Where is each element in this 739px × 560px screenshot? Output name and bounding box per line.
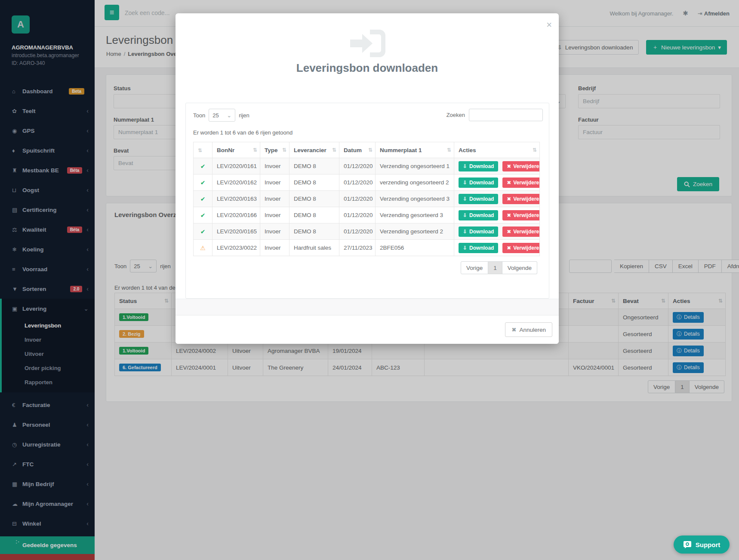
cell-leverancier: DEMO 8	[289, 207, 339, 223]
row-status-icon: ✔	[200, 228, 206, 235]
modal-table-row: ✔ LEV/2020/0166 Invoer DEMO 8 01/12/2020…	[194, 207, 540, 223]
download-button[interactable]: ⇩Download	[459, 210, 498, 220]
download-icon: ⇩	[463, 196, 467, 202]
download-icon: ⇩	[463, 212, 467, 218]
modal-table-row: ⚠ LEV/2023/0022 Invoer Hardfruit sales 2…	[194, 240, 540, 256]
x-icon: ✖	[507, 180, 511, 186]
col-datum[interactable]: Datum⇅	[339, 142, 376, 158]
col-bonnr[interactable]: BonNr⇅	[212, 142, 260, 158]
cell-type: Invoer	[260, 191, 289, 207]
modal-table-row: ✔ LEV/2020/0162 Invoer DEMO 8 01/12/2020…	[194, 174, 540, 191]
cell-leverancier: DEMO 8	[289, 174, 339, 191]
row-status-icon: ✔	[200, 196, 206, 202]
download-icon: ⇩	[463, 229, 467, 235]
delete-button[interactable]: ✖Verwijderen	[502, 243, 539, 253]
col-leverancier[interactable]: Leverancier⇅	[289, 142, 339, 158]
x-icon: ✖	[507, 196, 511, 202]
cell-nummerplaat: Verzending gesorteerd 3	[376, 207, 454, 223]
support-button[interactable]: Support	[674, 536, 730, 554]
pager-page-1[interactable]: 1	[488, 261, 502, 274]
zoeken-label: Zoeken	[446, 112, 465, 118]
modal-table-card: Toon 25⌄ rijen Zoeken Er worden 1 tot 6 …	[185, 103, 549, 299]
cell-leverancier: DEMO 8	[289, 191, 339, 207]
col-acties[interactable]: Acties⇅	[454, 142, 540, 158]
cell-datum: 01/12/2020	[339, 174, 376, 191]
rijen-label: rijen	[239, 112, 249, 119]
download-icon: ⇩	[463, 163, 467, 169]
sort-icon: ⇅	[368, 147, 373, 153]
cell-leverancier: DEMO 8	[289, 158, 339, 174]
sort-icon: ⇅	[198, 147, 202, 153]
modal-table-row: ✔ LEV/2020/0165 Invoer DEMO 8 01/12/2020…	[194, 223, 540, 240]
download-button[interactable]: ⇩Download	[459, 243, 498, 253]
sign-in-icon	[176, 28, 559, 59]
x-icon: ✖	[511, 326, 516, 333]
x-icon: ✖	[507, 163, 511, 169]
download-button[interactable]: ⇩Download	[459, 161, 498, 171]
cell-nummerplaat: Verzending gesorteerd 2	[376, 223, 454, 240]
modal-title: Leveringsbon downloaden	[176, 61, 559, 75]
modal-search-input[interactable]	[469, 109, 543, 121]
download-button[interactable]: ⇩Download	[459, 194, 498, 204]
cell-datum: 27/11/2023	[339, 240, 376, 256]
cell-nummerplaat: Verzending ongesorteerd 3	[376, 191, 454, 207]
download-button[interactable]: ⇩Download	[459, 177, 498, 188]
cell-nummerplaat: 2BFE056	[376, 240, 454, 256]
pager-next-button[interactable]: Volgende	[502, 261, 537, 274]
modal-page-length-select[interactable]: 25⌄	[209, 109, 235, 122]
delete-button[interactable]: ✖Verwijderen	[502, 210, 539, 220]
cell-bonnr: LEV/2023/0022	[212, 240, 260, 256]
sort-icon: ⇅	[253, 147, 257, 153]
cell-leverancier: DEMO 8	[289, 223, 339, 240]
row-status-icon: ✔	[200, 163, 206, 170]
cell-bonnr: LEV/2020/0166	[212, 207, 260, 223]
row-status-icon: ⚠	[200, 245, 206, 251]
download-button[interactable]: ⇩Download	[459, 226, 498, 237]
x-icon: ✖	[507, 212, 511, 218]
cell-type: Invoer	[260, 158, 289, 174]
modal-table: ⇅ BonNr⇅ Type⇅ Leverancier⇅ Datum⇅ Numme…	[193, 142, 540, 256]
sort-icon: ⇅	[332, 147, 336, 153]
col-nummerplaat[interactable]: Nummerplaat 1⇅	[376, 142, 454, 158]
download-icon: ⇩	[463, 245, 467, 251]
col-select[interactable]: ⇅	[194, 142, 212, 158]
cell-bonnr: LEV/2020/0162	[212, 174, 260, 191]
row-status-icon: ✔	[200, 179, 206, 186]
sort-icon: ⇅	[533, 147, 537, 153]
delete-button[interactable]: ✖Verwijderen	[502, 161, 539, 171]
sort-icon: ⇅	[282, 147, 286, 153]
leveringsbon-downloaden-modal: × Leveringsbon downloaden Toon 25⌄ rijen…	[176, 13, 559, 344]
modal-body-strip	[176, 299, 559, 315]
cell-bonnr: LEV/2020/0163	[212, 191, 260, 207]
chat-bubble-icon	[683, 540, 692, 549]
cell-datum: 01/12/2020	[339, 207, 376, 223]
cell-nummerplaat: Verzending ongesorteerd 1	[376, 158, 454, 174]
caret-down-icon: ⌄	[227, 112, 231, 119]
cell-type: Invoer	[260, 207, 289, 223]
modal-footer: ✖Annuleren	[176, 315, 559, 344]
toon-label: Toon	[193, 112, 205, 119]
x-icon: ✖	[507, 245, 511, 251]
cell-datum: 01/12/2020	[339, 223, 376, 240]
modal-table-row: ✔ LEV/2020/0161 Invoer DEMO 8 01/12/2020…	[194, 158, 540, 174]
delete-button[interactable]: ✖Verwijderen	[502, 194, 539, 204]
delete-button[interactable]: ✖Verwijderen	[502, 226, 539, 237]
modal-pagination: Vorige 1 Volgende	[461, 261, 537, 274]
cell-type: Invoer	[260, 223, 289, 240]
x-icon: ✖	[507, 229, 511, 235]
delete-button[interactable]: ✖Verwijderen	[502, 177, 539, 188]
cell-type: Invoer	[260, 174, 289, 191]
cell-datum: 01/12/2020	[339, 158, 376, 174]
modal-table-row: ✔ LEV/2020/0163 Invoer DEMO 8 01/12/2020…	[194, 191, 540, 207]
cell-bonnr: LEV/2020/0165	[212, 223, 260, 240]
col-type[interactable]: Type⇅	[260, 142, 289, 158]
modal-table-info: Er worden 1 tot 6 van de 6 rijen getoond	[193, 129, 293, 136]
cell-datum: 01/12/2020	[339, 191, 376, 207]
pager-prev-button[interactable]: Vorige	[461, 261, 488, 274]
cancel-button[interactable]: ✖Annuleren	[505, 322, 552, 337]
row-status-icon: ✔	[200, 212, 206, 219]
cell-nummerplaat: verzending ongesorteerd 2	[376, 174, 454, 191]
cell-bonnr: LEV/2020/0161	[212, 158, 260, 174]
cell-type: Invoer	[260, 240, 289, 256]
modal-header-row: ⇅ BonNr⇅ Type⇅ Leverancier⇅ Datum⇅ Numme…	[194, 142, 540, 158]
